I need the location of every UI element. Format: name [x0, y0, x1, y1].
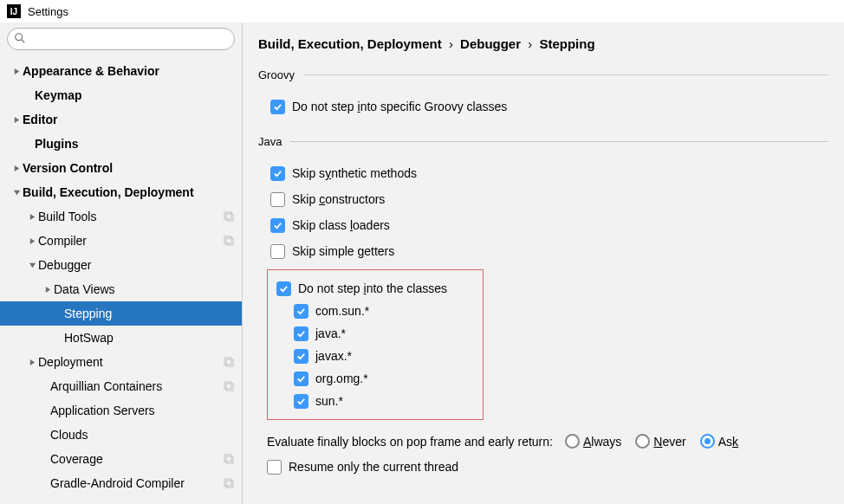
svg-rect-10: [224, 236, 231, 243]
checkbox[interactable]: [270, 166, 285, 181]
svg-rect-17: [224, 382, 231, 389]
tree-item[interactable]: Clouds: [0, 423, 242, 447]
class-filter-item[interactable]: com.sun.*: [273, 300, 477, 322]
svg-marker-14: [29, 359, 34, 365]
section-title: Groovy: [258, 68, 295, 81]
project-scope-icon: [223, 210, 235, 223]
main-panel: Build, Execution, Deployment › Debugger …: [243, 23, 844, 504]
tree-item[interactable]: Deployment: [0, 350, 242, 374]
tree-item-label: Data Views: [54, 282, 235, 296]
tree-item[interactable]: Debugger: [0, 253, 242, 277]
tree-item[interactable]: Build, Execution, Deployment: [0, 180, 242, 204]
arrow-spacer: [23, 89, 35, 101]
checkbox[interactable]: [294, 394, 308, 409]
tree-item-label: HotSwap: [64, 331, 235, 345]
java-option[interactable]: Skip constructors: [258, 186, 828, 212]
class-filter-item[interactable]: sun.*: [273, 390, 477, 412]
svg-rect-15: [224, 358, 231, 365]
svg-rect-22: [226, 481, 233, 488]
class-filter-item[interactable]: javax.*: [273, 345, 477, 367]
chevron-down-icon: [10, 186, 23, 198]
option-dont-step-classes[interactable]: Do not step into the classes: [273, 277, 477, 300]
search-input[interactable]: [7, 28, 235, 50]
class-pattern-label: com.sun.*: [315, 304, 369, 318]
app-icon: IJ: [7, 4, 21, 18]
java-option[interactable]: Skip class loaders: [258, 212, 828, 238]
sidebar: Appearance & BehaviorKeymapEditorPlugins…: [0, 23, 243, 504]
tree-item[interactable]: HotSwap: [0, 326, 242, 350]
svg-rect-11: [226, 238, 233, 245]
arrow-spacer: [52, 332, 64, 344]
checkbox[interactable]: [294, 372, 308, 386]
settings-tree: Appearance & BehaviorKeymapEditorPlugins…: [0, 55, 242, 504]
radio-label: Always: [583, 435, 621, 449]
tree-item[interactable]: Coverage: [0, 447, 242, 471]
svg-marker-12: [29, 262, 35, 267]
option-groovy-dont-step[interactable]: Do not step into specific Groovy classes: [258, 94, 828, 120]
tree-item[interactable]: Build Tools: [0, 204, 242, 229]
svg-line-1: [22, 40, 25, 43]
checkbox[interactable]: [294, 349, 308, 364]
tree-item[interactable]: Appearance & Behavior: [0, 59, 242, 83]
tree-item-label: Gradle-Android Compiler: [50, 476, 223, 490]
eval-finally-row: Evaluate finally blocks on pop frame and…: [258, 429, 828, 454]
checkbox[interactable]: [294, 326, 308, 341]
search-box: [7, 28, 235, 50]
checkbox[interactable]: [270, 244, 285, 259]
chevron-right-icon: [10, 162, 23, 174]
checkbox[interactable]: [270, 100, 285, 114]
section-title: Java: [258, 135, 282, 148]
search-icon: [14, 32, 26, 44]
chevron-down-icon: [26, 259, 38, 271]
radio-label: Ask: [718, 435, 738, 449]
tree-item-label: Build Tools: [38, 210, 223, 223]
breadcrumb-b: Debugger: [460, 36, 521, 51]
svg-rect-20: [226, 456, 233, 463]
svg-marker-13: [45, 286, 49, 292]
tree-item[interactable]: Gradle-Android Compiler: [0, 471, 242, 495]
svg-marker-2: [14, 68, 18, 74]
svg-rect-18: [226, 384, 233, 391]
checkbox[interactable]: [270, 192, 285, 207]
chevron-right-icon: [10, 65, 23, 77]
svg-marker-9: [29, 237, 34, 243]
class-filter-item[interactable]: org.omg.*: [273, 367, 477, 390]
tree-item-label: Clouds: [50, 428, 235, 442]
svg-rect-19: [224, 455, 231, 462]
radio[interactable]: [565, 434, 580, 449]
arrow-spacer: [38, 404, 50, 417]
tree-item-label: Version Control: [23, 161, 235, 175]
option-label: Skip constructors: [292, 192, 385, 206]
arrow-spacer: [38, 477, 50, 489]
svg-marker-5: [13, 190, 19, 194]
checkbox[interactable]: [270, 218, 285, 233]
radio[interactable]: [635, 434, 650, 449]
tree-item[interactable]: Plugins: [0, 132, 242, 156]
tree-item[interactable]: Keymap: [0, 83, 242, 107]
tree-item[interactable]: Stepping: [0, 301, 242, 326]
class-filter-item[interactable]: java.*: [273, 322, 477, 345]
class-pattern-label: java.*: [315, 326, 346, 340]
section-header-java: Java: [258, 135, 828, 148]
tree-item[interactable]: Editor: [0, 107, 242, 132]
svg-rect-16: [226, 359, 233, 366]
java-option[interactable]: Skip simple getters: [258, 238, 828, 264]
option-resume-current-thread[interactable]: Resume only the current thread: [258, 454, 828, 480]
option-label: Skip synthetic methods: [292, 166, 417, 180]
breadcrumb: Build, Execution, Deployment › Debugger …: [243, 23, 844, 61]
breadcrumb-sep: ›: [528, 36, 532, 51]
radio[interactable]: [700, 434, 715, 449]
checkbox[interactable]: [276, 281, 291, 296]
tree-item[interactable]: Arquillian Containers: [0, 374, 242, 398]
chevron-right-icon: [26, 210, 38, 223]
project-scope-icon: [223, 380, 235, 392]
tree-item[interactable]: Application Servers: [0, 398, 242, 423]
checkbox[interactable]: [294, 304, 308, 319]
svg-point-0: [16, 34, 23, 41]
checkbox[interactable]: [267, 460, 282, 475]
tree-item[interactable]: Compiler: [0, 229, 242, 253]
section-header-groovy: Groovy: [258, 68, 828, 81]
tree-item[interactable]: Version Control: [0, 156, 242, 180]
java-option[interactable]: Skip synthetic methods: [258, 160, 828, 186]
tree-item[interactable]: Data Views: [0, 277, 242, 301]
